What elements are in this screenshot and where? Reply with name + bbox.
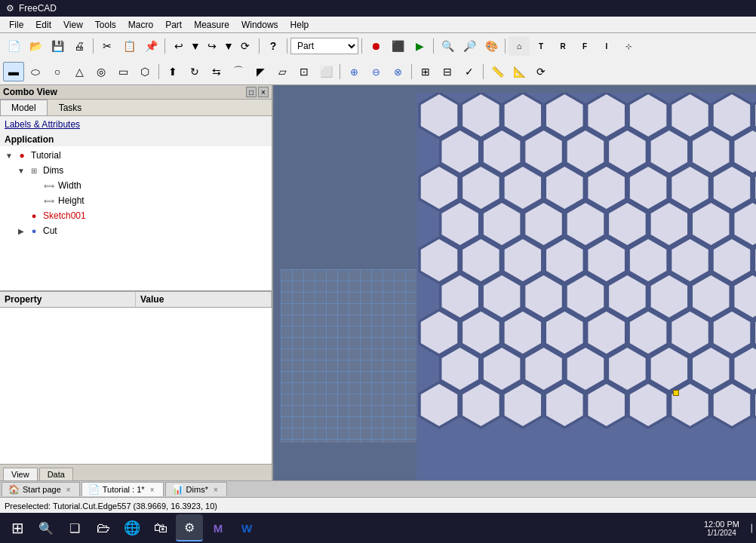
tree-arrow-cut[interactable]: ▶ [15,227,27,235]
redo-arrow[interactable]: ▼ [223,36,234,56]
revolve-button[interactable]: ↻ [184,62,205,81]
print-button[interactable]: 🖨 [69,36,90,56]
tree-item-height[interactable]: ⟺ Height [0,193,272,208]
tab-tasks[interactable]: Tasks [48,100,94,115]
sphere-button[interactable]: ○ [47,62,68,81]
property-panel: Property Value [0,290,272,464]
tree-icon-dims: ⊞ [27,164,41,177]
thickness-button[interactable]: ⬜ [315,62,337,81]
intersect-button[interactable]: ⊗ [387,62,408,81]
chamfer-button[interactable]: ◤ [250,62,271,81]
tree-item-cut[interactable]: ▶ ● Cut [0,223,272,238]
tree-arrow-tutorial[interactable]: ▼ [3,152,15,160]
menu-item-tools[interactable]: Tools [89,18,122,32]
join-button[interactable]: ⊞ [415,62,436,81]
undo-arrow[interactable]: ▼ [190,36,201,56]
tab-data[interactable]: Data [39,468,73,480]
combo-restore-button[interactable]: □ [246,87,257,97]
store-button[interactable]: 🛍 [147,514,174,541]
measure-linear-button[interactable]: 📏 [487,62,508,81]
menu-item-part[interactable]: Part [159,18,188,32]
refresh-button[interactable]: ⟳ [235,36,256,56]
doc-tab-dims-close[interactable]: × [211,485,220,494]
paste-button[interactable]: 📌 [140,36,161,56]
tree-item-tutorial[interactable]: ▼ ● Tutorial [0,148,272,163]
redo-button[interactable]: ↪ [201,36,223,56]
tree-arrow-dims[interactable]: ▼ [15,167,27,175]
taskbar: ⊞ 🔍 ❑ 🗁 🌐 🛍 ⚙ M W 12:00 PM 1/1/2024 ▕ [0,513,756,543]
union-button[interactable]: ⊕ [343,62,364,81]
view-right-button[interactable]: R [552,36,573,56]
view-home-button[interactable]: ⌂ [509,36,530,56]
combo-header-buttons: □ × [246,87,269,97]
show-desktop-button[interactable]: ▕ [746,514,752,541]
start-menu-button[interactable]: ⊞ [4,514,31,541]
tube-button[interactable]: ▭ [112,62,134,81]
view-axis-button[interactable]: ⊹ [618,36,639,56]
workbench-dropdown[interactable]: Part Sketcher PartDesign Draft [290,38,358,54]
task-view-button[interactable]: ❑ [61,514,88,541]
view-top-button[interactable]: T [530,36,552,56]
app-icon: ⚙ [6,3,14,14]
extrude-button[interactable]: ⬆ [162,62,183,81]
menu-item-measure[interactable]: Measure [188,18,235,32]
menu-item-file[interactable]: File [3,18,29,32]
doc-tab-startpage[interactable]: 🏠 Start page × [2,482,80,496]
menu-item-edit[interactable]: Edit [29,18,57,32]
menu-item-windows[interactable]: Windows [235,18,284,32]
property-col-header: Property [0,292,136,307]
freecad-taskbar-button[interactable]: ⚙ [176,514,203,541]
mirror-button[interactable]: ⇆ [206,62,227,81]
check-button[interactable]: ✓ [459,62,480,81]
tree-item-width[interactable]: ⟺ Width [0,178,272,193]
labels-attrs-link[interactable]: Labels & Attributes [0,116,272,133]
shape-button[interactable]: ⬡ [134,62,155,81]
refresh2-button[interactable]: ⟳ [530,62,552,81]
torus-button[interactable]: ◎ [91,62,112,81]
doc-tab-dims[interactable]: 📊 Dims* × [165,482,227,496]
fillet-button[interactable]: ⌒ [228,62,249,81]
explorer-button[interactable]: 🗁 [90,514,117,541]
box-button[interactable]: ▬ [3,62,24,81]
open-button[interactable]: 📂 [25,36,46,56]
cylinder-button[interactable]: ⬭ [25,62,46,81]
teams-button[interactable]: M [204,514,232,541]
doc-tab-tutorial[interactable]: 📄 Tutorial : 1* × [81,482,164,496]
record-button[interactable]: ⏺ [365,36,386,56]
measure-angular-button[interactable]: 📐 [509,62,530,81]
tree-area: ▼ ● Tutorial ▼ ⊞ Dims ⟺ Width [0,146,272,290]
zoom-in-button[interactable]: 🔎 [459,36,480,56]
play-button[interactable]: ▶ [409,36,430,56]
view-iso-button[interactable]: I [596,36,617,56]
tab-view[interactable]: View [3,468,38,480]
word-button[interactable]: W [233,514,260,541]
tab-model[interactable]: Model [0,100,48,115]
menu-item-view[interactable]: View [57,18,89,32]
doc-tab-tutorial-close[interactable]: × [148,485,157,494]
zoom-fit-button[interactable]: 🔍 [437,36,458,56]
draw-style-button[interactable]: 🎨 [481,36,502,56]
chrome-button[interactable]: 🌐 [118,514,146,541]
undo-button[interactable]: ↩ [168,36,189,56]
stop-button[interactable]: ⬛ [387,36,408,56]
new-button[interactable]: 📄 [3,36,24,56]
cut-button[interactable]: ✂ [97,36,118,56]
view-front-button[interactable]: F [574,36,595,56]
save-button[interactable]: 💾 [47,36,68,56]
cone-button[interactable]: △ [69,62,90,81]
tree-item-sketch001[interactable]: ● Sketch001 [0,208,272,223]
tree-item-dims[interactable]: ▼ ⊞ Dims [0,163,272,178]
search-button[interactable]: 🔍 [32,514,60,541]
combo-close-button[interactable]: × [258,87,269,97]
cut-op-button[interactable]: ⊖ [365,62,386,81]
main-layout: Combo View □ × Model Tasks Labels & Attr… [0,85,756,480]
doc-tab-startpage-close[interactable]: × [64,485,73,494]
face-button[interactable]: ▱ [272,62,293,81]
help-button[interactable]: ? [263,36,284,56]
split-button[interactable]: ⊟ [437,62,458,81]
svg-marker-71 [607,274,647,319]
menu-item-help[interactable]: Help [284,18,315,32]
copy-button[interactable]: 📋 [118,36,140,56]
offset-button[interactable]: ⊡ [293,62,315,81]
menu-item-macro[interactable]: Macro [122,18,159,32]
